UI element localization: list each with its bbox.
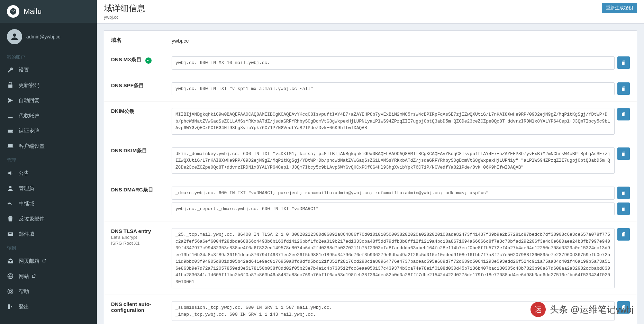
copy-icon bbox=[621, 151, 626, 156]
main: 域详细信息 ywbj.cc 重新生成秘钥 域名 ywbj.cc DNS MX条目… bbox=[97, 0, 644, 324]
envelope-open-icon bbox=[7, 258, 14, 264]
user-email: admin@ywbj.cc bbox=[26, 34, 60, 39]
svg-point-0 bbox=[13, 34, 16, 37]
lock-icon bbox=[7, 82, 14, 89]
copy-icon bbox=[621, 86, 626, 91]
row-dmarc: DNS DMARC条目 _dmarc.ywbj.cc. 600 IN TXT "… bbox=[104, 180, 637, 222]
nav-website[interactable]: 网站 bbox=[0, 269, 97, 284]
copy-button[interactable] bbox=[617, 228, 630, 241]
laptop-icon bbox=[7, 143, 14, 150]
nav-relay-domains[interactable]: 中继域 bbox=[0, 196, 97, 211]
external-link-icon bbox=[42, 259, 46, 263]
mx-label: DNS MX条目 bbox=[111, 56, 172, 64]
nav-section-manage: 管理 bbox=[0, 154, 97, 165]
dmarc-label: DNS DMARC条目 bbox=[111, 187, 172, 193]
copy-button[interactable] bbox=[617, 147, 630, 160]
nav-logout[interactable]: 登出 bbox=[0, 299, 97, 314]
brand-name: Mailu bbox=[24, 7, 42, 16]
tlsa-record[interactable]: _25._tcp.mail.ywbj.cc. 86400 IN TLSA 2 1… bbox=[172, 228, 615, 288]
dkim-pub-label: DKIM公钥 bbox=[111, 108, 172, 115]
copy-icon bbox=[621, 232, 626, 237]
copy-icon bbox=[621, 206, 626, 212]
user-avatar-icon bbox=[7, 29, 22, 44]
copy-icon bbox=[621, 190, 626, 196]
row-mx: DNS MX条目 ywbj.cc. 600 IN MX 10 mail.ywbj… bbox=[104, 50, 637, 76]
brand[interactable]: Mailu bbox=[0, 0, 97, 23]
nav-auth-tokens[interactable]: 认证令牌 bbox=[0, 123, 97, 138]
svg-point-4 bbox=[9, 290, 12, 293]
copy-button[interactable] bbox=[617, 56, 630, 69]
sign-out-icon bbox=[7, 303, 14, 310]
copy-icon bbox=[621, 60, 626, 65]
mx-record[interactable]: ywbj.cc. 600 IN MX 10 mail.ywbj.cc. bbox=[172, 56, 615, 70]
page-header: 域详细信息 ywbj.cc 重新生成秘钥 bbox=[97, 0, 644, 24]
autoconf-record[interactable]: _submission._tcp.ywbj.cc. 600 IN SRV 1 1… bbox=[172, 301, 615, 321]
domain-label: 域名 bbox=[111, 37, 172, 44]
domain-details-card: 域名 ywbj.cc DNS MX条目 ywbj.cc. 600 IN MX 1… bbox=[104, 30, 637, 324]
spf-label: DNS SPF条目 bbox=[111, 82, 172, 89]
envelope-icon bbox=[7, 231, 14, 237]
nav-webmail[interactable]: 网页邮箱 bbox=[0, 253, 97, 269]
user-panel[interactable]: admin@ywbj.cc bbox=[0, 23, 97, 51]
nav-mail-domains[interactable]: 邮件域 bbox=[0, 226, 97, 242]
page-subtitle: ywbj.cc bbox=[104, 15, 145, 20]
copy-button[interactable] bbox=[617, 202, 630, 215]
tlsa-label: DNS TLSA entry Let's Encrypt ISRG Root X… bbox=[111, 228, 172, 246]
dkim-label: DNS DKIM条目 bbox=[111, 147, 172, 154]
dkim-record[interactable]: dkim._domainkey.ywbj.cc. 600 IN TXT "v=D… bbox=[172, 147, 615, 174]
nav-antispam[interactable]: 反垃圾邮件 bbox=[0, 211, 97, 226]
dkim-pub-record[interactable]: MIIBIjANBgkqhkiG9w0BAQEFAAOCAQ8AMIIBCgKC… bbox=[172, 108, 615, 135]
row-tlsa: DNS TLSA entry Let's Encrypt ISRG Root X… bbox=[104, 222, 637, 295]
domain-value: ywbj.cc bbox=[172, 37, 630, 44]
autoconf-label: DNS client auto-configuration bbox=[111, 301, 172, 313]
copy-icon bbox=[621, 305, 626, 310]
globe-icon bbox=[7, 273, 14, 280]
nav-settings[interactable]: 设置 bbox=[0, 62, 97, 78]
wrench-icon bbox=[7, 66, 14, 73]
reply-all-icon bbox=[7, 200, 14, 207]
copy-button[interactable] bbox=[617, 82, 630, 95]
nav-administrators[interactable]: 管理员 bbox=[0, 181, 97, 196]
row-domain: 域名 ywbj.cc bbox=[104, 31, 637, 50]
row-dkim-public-key: DKIM公钥 MIIBIjANBgkqhkiG9w0BAQEFAAOCAQ8AM… bbox=[104, 102, 637, 141]
trash-icon bbox=[7, 215, 14, 222]
row-dkim: DNS DKIM条目 dkim._domainkey.ywbj.cc. 600 … bbox=[104, 141, 637, 181]
nav-section-account: 我的账户 bbox=[0, 51, 97, 62]
spf-record[interactable]: ywbj.cc. 600 IN TXT "v=spf1 mx a:mail.yw… bbox=[172, 82, 615, 96]
svg-point-1 bbox=[9, 186, 12, 188]
copy-button[interactable] bbox=[617, 301, 630, 314]
brand-logo-icon bbox=[7, 5, 19, 18]
check-circle-icon bbox=[145, 57, 152, 64]
external-link-icon bbox=[31, 274, 36, 279]
plane-icon bbox=[7, 97, 14, 104]
copy-button[interactable] bbox=[617, 187, 630, 199]
ticket-icon bbox=[7, 127, 14, 134]
nav-fetch-accounts[interactable]: 代收账户 bbox=[0, 108, 97, 123]
svg-point-3 bbox=[8, 289, 13, 294]
nav-client-setup[interactable]: 客户端设置 bbox=[0, 138, 97, 154]
dmarc-record-2[interactable]: ywbj.cc._report._dmarc.ywbj.cc. 600 IN T… bbox=[172, 202, 615, 216]
nav-help[interactable]: 帮助 bbox=[0, 284, 97, 299]
dmarc-record-1[interactable]: _dmarc.ywbj.cc. 600 IN TXT "v=DMARC1; p=… bbox=[172, 187, 615, 200]
nav-auto-reply[interactable]: 自动回复 bbox=[0, 93, 97, 108]
life-ring-icon bbox=[7, 288, 14, 295]
download-icon bbox=[7, 112, 14, 119]
nav-update-password[interactable]: 更新密码 bbox=[0, 78, 97, 93]
row-spf: DNS SPF条目 ywbj.cc. 600 IN TXT "v=spf1 mx… bbox=[104, 76, 637, 102]
row-autoconfig: DNS client auto-configuration _submissio… bbox=[104, 295, 637, 324]
copy-icon bbox=[621, 111, 626, 117]
nav-announcement[interactable]: 公告 bbox=[0, 165, 97, 181]
page-title: 域详细信息 bbox=[104, 3, 145, 14]
copy-button[interactable] bbox=[617, 108, 630, 120]
sidebar: Mailu admin@ywbj.cc 我的账户 设置 更新密码 自动回复 代收… bbox=[0, 0, 97, 324]
nav-section-goto: 转到 bbox=[0, 242, 97, 253]
bullhorn-icon bbox=[7, 170, 14, 177]
regenerate-keys-button[interactable]: 重新生成秘钥 bbox=[602, 3, 637, 13]
user-icon bbox=[7, 185, 14, 192]
